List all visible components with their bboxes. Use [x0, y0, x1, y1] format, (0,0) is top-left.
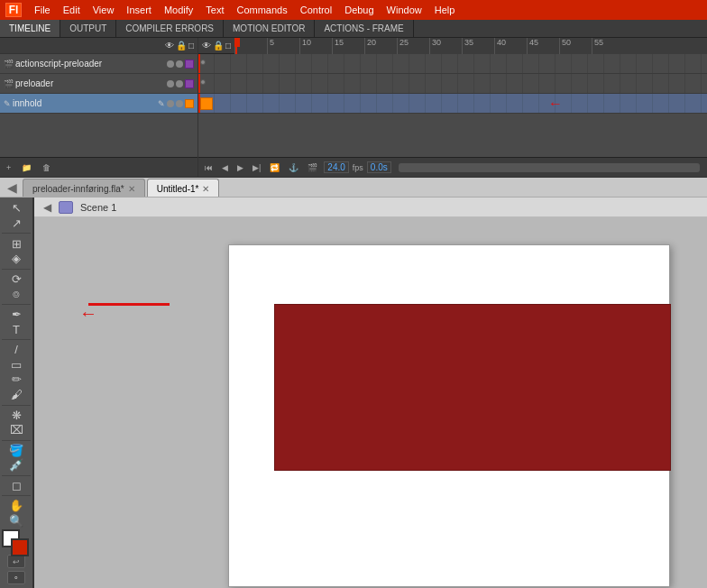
playhead-line: [235, 38, 237, 54]
playhead-head: [234, 38, 240, 47]
tl-btn-6[interactable]: ⚓: [286, 162, 301, 173]
tool-zoom[interactable]: 🔍: [4, 514, 29, 528]
options-btn[interactable]: ⚬: [7, 571, 25, 584]
tl-icon-2[interactable]: 🔒: [213, 41, 224, 51]
tl-loop-btn[interactable]: 🔁: [267, 162, 282, 173]
menu-help[interactable]: Help: [429, 3, 461, 17]
tool-free-transform[interactable]: ⊞: [4, 236, 29, 251]
menu-text[interactable]: Text: [200, 3, 229, 17]
menu-edit[interactable]: Edit: [58, 3, 86, 17]
layer-row-actionscript[interactable]: 🎬 actionscript-preloader: [0, 54, 197, 74]
tool-subselect[interactable]: ↗: [4, 216, 29, 231]
menu-debug[interactable]: Debug: [339, 3, 379, 17]
keyframe-dot-0: [200, 60, 206, 65]
nav-back-icon[interactable]: ◀: [43, 201, 51, 214]
menu-commands[interactable]: Commands: [231, 3, 292, 17]
tool-pencil[interactable]: ✏: [4, 372, 29, 387]
tl-icon-3[interactable]: □: [225, 41, 231, 51]
tl-btn-2[interactable]: ◀: [219, 162, 231, 173]
timeline-right: 👁 🔒 □ 5 10 15 20 25 30 35 40: [198, 38, 707, 177]
menu-bar: File Edit View Insert Modify Text Comman…: [29, 3, 702, 17]
tool-3d-rotate[interactable]: ⟳: [4, 271, 29, 286]
ruler-mark-55: 55: [592, 38, 603, 54]
panel-tabs: TIMELINE OUTPUT COMPILER ERRORS MOTION E…: [0, 20, 707, 38]
fl-logo: Fl: [5, 3, 22, 17]
timeline-header-row: 👁 🔒 □ 5 10 15 20 25 30 35 40: [198, 38, 707, 54]
doc-tab-preloader-name: preloader-innføring.fla*: [32, 184, 124, 194]
menu-view[interactable]: View: [87, 3, 120, 17]
doc-tab-preloader[interactable]: preloader-innføring.fla* ✕: [23, 179, 145, 197]
doc-tab-untitled-name: Untitled-1*: [157, 184, 199, 194]
tool-bone[interactable]: ⌧: [4, 423, 29, 437]
menu-control[interactable]: Control: [295, 3, 337, 17]
doc-tab-preloader-close[interactable]: ✕: [128, 184, 135, 194]
layer-color-2: [185, 99, 194, 108]
layer-row-innhold[interactable]: ✎ innhold ✎: [0, 94, 197, 114]
menu-insert[interactable]: Insert: [121, 3, 157, 17]
tool-sep-5: [2, 405, 31, 406]
tab-actions-frame[interactable]: ACTIONS - FRAME: [315, 20, 413, 37]
tool-brush[interactable]: 🖌: [4, 388, 29, 402]
tool-paint-bucket[interactable]: 🪣: [4, 443, 29, 457]
layer-bottom-bar: + 📁 🗑: [0, 157, 197, 177]
delete-layer-btn[interactable]: 🗑: [40, 162, 53, 173]
tool-deco[interactable]: ❋: [4, 408, 29, 422]
doc-tab-untitled-close[interactable]: ✕: [202, 184, 209, 194]
menu-modify[interactable]: Modify: [159, 3, 198, 17]
layer-dot-lock-0[interactable]: [176, 60, 183, 68]
tool-rect[interactable]: ▭: [4, 357, 29, 372]
add-layer-btn[interactable]: +: [4, 162, 14, 173]
layer-dot-lock-1[interactable]: [176, 80, 183, 87]
menu-file[interactable]: File: [29, 3, 56, 17]
main-rectangle[interactable]: [274, 304, 671, 471]
tool-eyedropper[interactable]: 💉: [4, 458, 29, 473]
title-bar: Fl File Edit View Insert Modify Text Com…: [0, 0, 707, 20]
layer-dot-vis-2[interactable]: [167, 100, 174, 107]
tl-play-btn[interactable]: ▶: [234, 162, 246, 173]
tab-output[interactable]: OUTPUT: [60, 20, 116, 37]
tab-motion-editor[interactable]: MOTION EDITOR: [224, 20, 315, 37]
frame-row-1: [198, 74, 707, 94]
fps-display[interactable]: 24.0: [324, 161, 348, 173]
menu-window[interactable]: Window: [381, 3, 427, 17]
time-display[interactable]: 0.0s: [367, 161, 391, 173]
doc-tab-untitled[interactable]: Untitled-1* ✕: [147, 179, 220, 197]
tool-hand[interactable]: ✋: [4, 499, 29, 513]
keyframe-dot-1: [200, 79, 206, 85]
tl-btn-1[interactable]: ⏮: [202, 162, 216, 173]
tool-sep-2: [2, 269, 31, 270]
eye-icon[interactable]: 👁: [165, 41, 174, 51]
stage[interactable]: [228, 244, 670, 587]
outline-icon[interactable]: □: [188, 41, 194, 51]
layer-dot-vis-0[interactable]: [167, 60, 174, 68]
tool-lasso[interactable]: ⌾: [4, 287, 29, 301]
fill-color[interactable]: [11, 538, 29, 556]
tl-btn-7[interactable]: 🎬: [305, 162, 320, 173]
canvas-area[interactable]: ←: [34, 217, 707, 588]
snap-btn[interactable]: ↩: [7, 555, 25, 568]
layer-dot-lock-2[interactable]: [176, 100, 183, 107]
lock-icon[interactable]: 🔒: [176, 41, 187, 51]
ruler-mark-20: 20: [364, 38, 376, 54]
ruler-mark-40: 40: [494, 38, 506, 54]
tl-icon-1[interactable]: 👁: [202, 41, 211, 51]
tool-pen[interactable]: ✒: [4, 307, 29, 321]
tl-btn-4[interactable]: ▶|: [250, 162, 263, 173]
add-folder-btn[interactable]: 📁: [19, 162, 34, 173]
canvas-red-arrow: ←: [79, 303, 97, 324]
tool-select[interactable]: ↖: [4, 201, 29, 216]
frame-row-2: ←: [198, 94, 707, 114]
tool-text[interactable]: T: [4, 322, 29, 336]
tool-sep-4: [2, 339, 31, 340]
timeline-content: 👁 🔒 □ 🎬 actionscript-preloader 🎬: [0, 38, 707, 177]
tool-gradient[interactable]: ◈: [4, 252, 29, 266]
tab-compiler-errors[interactable]: COMPILER ERRORS: [116, 20, 224, 37]
layer-dot-vis-1[interactable]: [167, 80, 174, 87]
doc-back-btn[interactable]: ◀: [4, 179, 21, 197]
tool-line[interactable]: /: [4, 343, 29, 357]
tab-timeline[interactable]: TIMELINE: [0, 20, 60, 37]
tool-eraser[interactable]: ◻: [4, 479, 29, 493]
layer-row-preloader[interactable]: 🎬 preloader: [0, 74, 197, 94]
frame-rows: ←: [198, 54, 707, 157]
timeline-scrollbar[interactable]: [399, 163, 700, 172]
